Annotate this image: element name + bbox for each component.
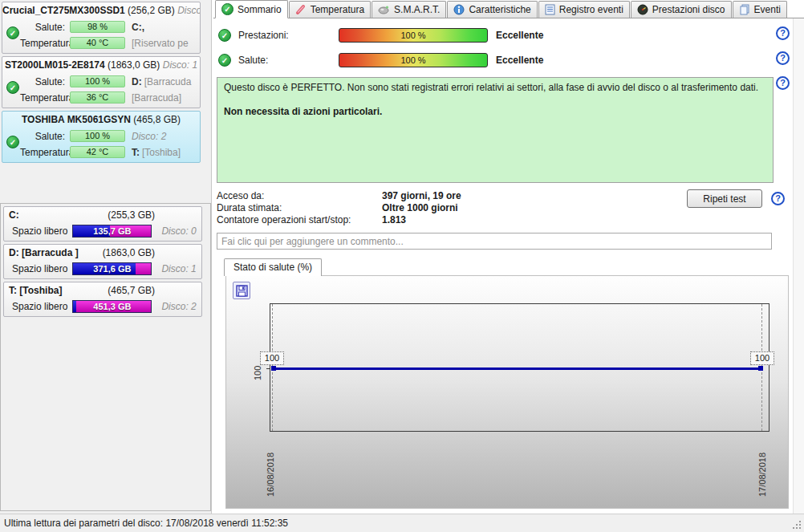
tab-label: Eventi <box>754 4 781 15</box>
info-icon <box>453 4 465 15</box>
tab-label: Prestazioni disco <box>652 4 725 15</box>
chart-tab-health-status[interactable]: Stato di salute (%) <box>224 258 322 276</box>
partition-card-c[interactable]: C: (255,3 GB) Spazio libero 135,7 GB Dis… <box>3 206 202 242</box>
partition-free-row: Spazio libero 371,6 GB Disco: 1 <box>4 261 201 277</box>
x-axis-date-label: 17/08/2018 <box>757 436 767 497</box>
free-space-value: 135,7 GB <box>73 225 151 237</box>
partition-note: [Barracuda <box>144 76 192 87</box>
tab-label: Caratteristiche <box>469 4 530 15</box>
disk-panel-toshiba-selected[interactable]: TOSHIBA MK5061GSYN (465,8 GB) ✓ Salute: … <box>2 111 201 163</box>
pages-icon <box>739 4 750 15</box>
partition-title: T: [Toshiba] (465,7 GB) <box>4 282 201 298</box>
chart-plot-area: 100 100 <box>270 303 769 432</box>
health-advice-text: Non necessita di azioni particolari. <box>224 106 766 118</box>
disk-list-sidebar: Crucial_CT275MX300SSD1 (256,2 GB) Disco:… <box>0 0 212 514</box>
retest-button[interactable]: Ripeti test <box>687 189 762 208</box>
temp-label: Temperatura: <box>20 38 65 49</box>
temp-bar: 36 °C <box>70 91 125 104</box>
temp-bar: 42 °C <box>70 146 125 158</box>
disk-ok-icon: ✓ <box>6 81 19 94</box>
status-ok-icon: ✓ <box>218 54 231 67</box>
partition-card-d[interactable]: D: [Barracuda ] (1863,0 GB) Spazio liber… <box>3 244 202 279</box>
help-icon[interactable]: ? <box>776 26 790 40</box>
data-point <box>758 366 763 371</box>
disk-size: (465,8 GB) <box>133 114 181 125</box>
chart-tab-label: Stato di salute (%) <box>233 262 312 273</box>
disk-size: (256,2 GB) <box>128 5 175 16</box>
comment-input[interactable] <box>217 233 772 250</box>
y-axis-tick-label: 100 <box>253 355 262 380</box>
info-label: Acceso da: <box>217 190 382 202</box>
tab-smart[interactable]: S.M.A.R.T. <box>372 1 446 18</box>
disk-panel-seagate[interactable]: ST2000LM015-2E8174 (1863,0 GB) Disco: 1 … <box>2 56 201 108</box>
disk-number: Disco: <box>177 5 200 16</box>
health-label: Salute: <box>20 131 65 142</box>
partition-note: [Toshiba] <box>142 147 181 158</box>
partition-letter: C:, <box>132 22 144 33</box>
gauge-icon <box>637 4 648 15</box>
health-bar: 100 % <box>70 75 125 87</box>
disk-number: Disco: 1 <box>161 263 196 274</box>
partition-size: (1863,0 GB) <box>103 245 155 261</box>
data-point <box>271 366 276 371</box>
partition-letter: T: <box>132 147 140 158</box>
tab-strip: ✓ Sommario Temperatura S.M.A.R.T. <box>213 0 804 18</box>
free-space-bar: 135,7 GB <box>72 225 152 238</box>
free-space-label: Spazio libero <box>12 301 67 312</box>
disk-health-row: Salute: 100 % D: [Barracuda <box>2 74 200 89</box>
help-icon[interactable]: ? <box>776 51 790 65</box>
check-circle-icon: ✓ <box>221 3 233 15</box>
tab-caratteristiche[interactable]: Caratteristiche <box>447 1 537 18</box>
tab-label: S.M.A.R.T. <box>394 4 440 15</box>
disk-panel-crucial[interactable]: Crucial_CT275MX300SSD1 (256,2 GB) Disco:… <box>2 2 201 54</box>
disk-temp-row: Temperatura: 36 °C [Barracuda] <box>2 90 200 105</box>
free-space-bar: 371,6 GB <box>72 262 152 275</box>
tab-registro-eventi[interactable]: Registro eventi <box>538 1 630 18</box>
info-value: Oltre 1000 giorni <box>382 202 458 214</box>
temp-bar: 40 °C <box>70 37 125 49</box>
health-message-text: Questo disco è PERFETTO. Non sono stati … <box>224 82 766 94</box>
partition-title: D: [Barracuda ] (1863,0 GB) <box>4 245 201 261</box>
disk-ok-icon: ✓ <box>6 136 19 148</box>
partition-note: [Riservato pe <box>132 38 189 49</box>
disk-health-row: Salute: 98 % C:, <box>2 19 200 35</box>
help-icon[interactable]: ? <box>771 192 785 205</box>
main-content: ✓ Sommario Temperatura S.M.A.R.T. <box>213 0 804 514</box>
temp-label: Temperatura: <box>20 147 65 158</box>
tab-temperatura[interactable]: Temperatura <box>289 1 371 18</box>
thermometer-icon <box>295 4 307 15</box>
disk-number: Disco: 2 <box>132 131 166 142</box>
tab-eventi[interactable]: Eventi <box>733 1 787 18</box>
performance-row: ✓ Prestazioni: 100 % Eccellente <box>218 27 804 43</box>
free-space-label: Spazio libero <box>12 263 67 274</box>
health-bar: 98 % <box>70 21 125 33</box>
health-row: ✓ Salute: 100 % Eccellente <box>218 52 804 68</box>
right-edge-panel <box>793 18 804 514</box>
disk-temp-row: Temperatura: 42 °C T: [Toshiba] <box>2 144 200 160</box>
tab-label: Sommario <box>238 4 282 15</box>
disk-name: Crucial_CT275MX300SSD1 <box>2 5 125 16</box>
y-axis-tick <box>266 368 270 369</box>
document-icon <box>545 4 555 15</box>
partition-card-t[interactable]: T: [Toshiba] (465,7 GB) Spazio libero 45… <box>3 282 202 317</box>
info-value: 1.813 <box>382 214 406 226</box>
health-gauge: 100 % <box>339 53 488 67</box>
tab-prestazioni-disco[interactable]: Prestazioni disco <box>631 1 732 18</box>
health-rating: Eccellente <box>496 55 543 66</box>
partition-name: D: [Barracuda ] <box>9 245 79 261</box>
save-chart-button[interactable] <box>233 282 250 299</box>
free-space-label: Spazio libero <box>12 225 67 237</box>
save-icon <box>236 285 248 297</box>
partition-free-row: Spazio libero 451,3 GB Disco: 2 <box>4 298 201 315</box>
disk-number: Disco: 0 <box>161 225 196 237</box>
health-bar: 100 % <box>70 130 125 142</box>
tab-sommario[interactable]: ✓ Sommario <box>215 0 288 18</box>
free-space-bar: 451,3 GB <box>72 300 152 313</box>
smart-icon <box>378 5 390 14</box>
help-icon[interactable]: ? <box>776 76 790 90</box>
health-message-box: Questo disco è PERFETTO. Non sono stati … <box>217 77 774 183</box>
partition-size: (465,7 GB) <box>108 282 155 298</box>
free-space-value: 451,3 GB <box>73 301 151 312</box>
partition-letter: D: <box>132 76 142 87</box>
health-label: Salute: <box>20 76 65 87</box>
